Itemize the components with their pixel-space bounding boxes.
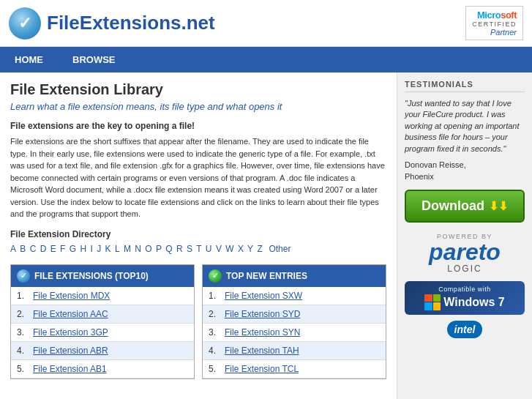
row-num: 4. <box>209 346 220 356</box>
topnew-icon-check: ✓ <box>212 272 218 280</box>
win7-compatible-text: Compatible with <box>411 286 519 293</box>
win7-flag-icon <box>424 294 441 310</box>
testimonial-text: "Just wanted to say that I love your Fil… <box>405 98 525 154</box>
ms-logo: Microsoft <box>472 10 517 20</box>
alpha-y[interactable]: Y <box>247 244 253 254</box>
alpha-q[interactable]: Q <box>165 244 172 254</box>
alpha-i[interactable]: I <box>91 244 93 254</box>
row-num: 1. <box>17 291 29 301</box>
alpha-w[interactable]: W <box>225 244 233 254</box>
table-row: 4. File Extension TAH <box>203 342 386 360</box>
certified-text: CERTIFIED <box>472 20 517 28</box>
sidebar: TESTIMONIALS "Just wanted to say that I … <box>397 72 532 399</box>
table-row: 5. File Extension AB1 <box>11 360 194 379</box>
row-link[interactable]: File Extension TAH <box>225 346 299 356</box>
alpha-o[interactable]: O <box>145 244 151 254</box>
intel-logo: intel <box>454 324 476 335</box>
intro-body: File extensions are the short suffixes t… <box>10 135 386 220</box>
row-link[interactable]: File Extension SYD <box>225 309 300 319</box>
alpha-v[interactable]: V <box>216 244 222 254</box>
row-link[interactable]: File Extension MDX <box>33 291 110 301</box>
alpha-j[interactable]: J <box>97 244 101 254</box>
alpha-a[interactable]: A <box>10 244 16 254</box>
download-label: Download <box>422 198 484 214</box>
row-link[interactable]: File Extension AB1 <box>33 364 107 374</box>
nav-browse[interactable]: BROWSE <box>58 47 130 72</box>
alpha-c[interactable]: C <box>30 244 37 254</box>
row-link[interactable]: File Extension ABR <box>33 346 108 356</box>
directory-heading: File Extension Directory <box>10 229 386 239</box>
logo-area: ✓ FileExtensions.net <box>9 7 215 40</box>
logo-icon: ✓ <box>9 7 41 40</box>
row-link[interactable]: File Extension SXW <box>225 291 302 301</box>
top10-icon: ✓ <box>17 269 30 283</box>
page-subtitle: Learn what a file extension means, its f… <box>10 101 386 112</box>
row-num: 2. <box>209 309 220 319</box>
row-num: 2. <box>17 309 29 319</box>
row-link[interactable]: File Extension TCL <box>225 364 299 374</box>
table-row: 1. File Extension SXW <box>203 287 386 305</box>
alpha-l[interactable]: L <box>115 244 120 254</box>
topnew-label: TOP NEW ENTRIES <box>226 271 307 281</box>
testimonial-author: Donovan Reisse, <box>405 160 525 169</box>
alpha-g[interactable]: G <box>70 244 76 254</box>
alpha-h[interactable]: H <box>80 244 86 254</box>
alpha-m[interactable]: M <box>124 244 131 254</box>
alpha-n[interactable]: N <box>135 244 141 254</box>
topnew-icon: ✓ <box>209 269 222 283</box>
logo-text: FileExtensions.net <box>47 12 215 34</box>
row-num: 3. <box>17 327 29 338</box>
header: ✓ FileExtensions.net Microsoft CERTIFIED… <box>0 0 532 47</box>
alpha-links: A B C D E F G H I J K L M N O P Q R S T … <box>10 244 386 254</box>
content-area: File Extension Library Learn what a file… <box>0 72 397 399</box>
page-title: File Extension Library <box>10 81 386 98</box>
row-link[interactable]: File Extension SYN <box>225 327 300 338</box>
row-link[interactable]: File Extension AAC <box>33 309 108 319</box>
alpha-u[interactable]: U <box>206 244 212 254</box>
row-num: 5. <box>209 364 220 374</box>
alpha-other[interactable]: Other <box>269 244 291 254</box>
win7-logo-area: Windows 7 <box>411 294 519 310</box>
alpha-e[interactable]: E <box>50 244 56 254</box>
alpha-s[interactable]: S <box>187 244 192 254</box>
table-row: 2. File Extension AAC <box>11 305 194 324</box>
intro-heading: File extensions are the key to opening a… <box>10 121 386 131</box>
alpha-d[interactable]: D <box>40 244 47 254</box>
pareto-logo: pareto <box>405 240 525 264</box>
alpha-z[interactable]: Z <box>257 244 262 254</box>
partner-text: Partner <box>472 28 517 37</box>
nav-bar: HOME BROWSE <box>0 47 532 72</box>
download-button[interactable]: Download ⬇⬇ <box>405 190 525 223</box>
table-row: 3. File Extension SYN <box>203 324 386 342</box>
testimonial-location: Phoenix <box>405 172 525 181</box>
alpha-x[interactable]: X <box>238 244 244 254</box>
table-row: 4. File Extension ABR <box>11 342 194 360</box>
ms-partner-badge: Microsoft CERTIFIED Partner <box>465 6 523 40</box>
nav-home[interactable]: HOME <box>0 47 58 72</box>
table-row: 1. File Extension MDX <box>11 287 194 305</box>
top10-header: ✓ FILE EXTENSIONS (TOP10) <box>11 265 194 287</box>
alpha-k[interactable]: K <box>105 244 111 254</box>
row-num: 4. <box>17 346 29 356</box>
alpha-f[interactable]: F <box>60 244 65 254</box>
alpha-b[interactable]: B <box>20 244 26 254</box>
row-num: 3. <box>209 327 220 338</box>
intel-container: intel <box>405 321 525 338</box>
row-link[interactable]: File Extension 3GP <box>33 327 108 338</box>
table-row: 2. File Extension SYD <box>203 305 386 324</box>
topnew-header: ✓ TOP NEW ENTRIES <box>203 265 386 287</box>
alpha-r[interactable]: R <box>176 244 183 254</box>
top10-label: FILE EXTENSIONS (TOP10) <box>34 271 149 281</box>
intel-badge: intel <box>447 321 483 338</box>
powered-by-section: POWERED BY pareto LOGIC <box>405 233 525 274</box>
alpha-p[interactable]: P <box>156 244 162 254</box>
row-num: 1. <box>209 291 220 301</box>
alpha-t[interactable]: T <box>196 244 201 254</box>
main-layout: File Extension Library Learn what a file… <box>0 72 532 399</box>
download-arrows-icon: ⬇⬇ <box>489 199 508 213</box>
row-num: 5. <box>17 364 29 374</box>
tables-row: ✓ FILE EXTENSIONS (TOP10) 1. File Extens… <box>10 264 386 379</box>
ms-partner-box: Microsoft CERTIFIED Partner <box>465 6 523 40</box>
logo-checkmark: ✓ <box>18 14 31 33</box>
testimonials-heading: TESTIMONIALS <box>405 80 525 92</box>
